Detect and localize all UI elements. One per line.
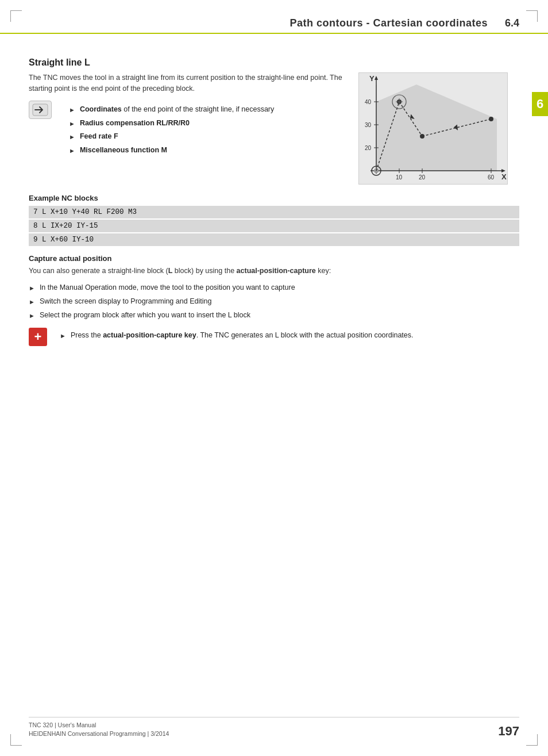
capture-bullet-text-0: In the Manual Operation mode, move the t… — [40, 282, 295, 293]
svg-text:30: 30 — [365, 122, 372, 128]
chapter-tab: 6 — [532, 92, 548, 116]
capture-bullet-text-1: Switch the screen display to Programming… — [40, 296, 211, 307]
bullet-arrow-3: ► — [69, 146, 75, 156]
path-diagram: X Y 40 30 20 10 20 60 — [359, 73, 508, 185]
intro-text: The TNC moves the tool in a straight lin… — [29, 72, 347, 95]
capture-bullet-2: ► Select the program block after which y… — [29, 310, 519, 321]
capture-arrow-2: ► — [29, 311, 35, 321]
corner-mark-bl — [10, 734, 22, 746]
plus-key-text: Press the actual-position-capture key. T… — [71, 330, 414, 341]
capture-intro: You can also generate a straight-line bl… — [29, 266, 519, 277]
bullet-arrow-0: ► — [69, 105, 75, 115]
two-col-layout: The TNC moves the tool in a straight lin… — [29, 72, 519, 185]
plus-key-icon: + — [29, 328, 47, 346]
chapter-number: 6 — [537, 97, 543, 111]
nc-block-0: 7 L X+10 Y+40 RL F200 M3 — [29, 206, 519, 218]
bullet-text-0: Coordinates of the end point of the stra… — [80, 104, 274, 115]
main-content: Straight line L The TNC moves the tool i… — [29, 52, 519, 716]
l-key-svg — [32, 103, 48, 116]
l-key-icon — [29, 101, 52, 119]
bullet-text-1: Radius compensation RL/RR/R0 — [80, 118, 190, 129]
icon-bullet-row: ► Coordinates of the end point of the st… — [29, 101, 347, 159]
svg-text:Y: Y — [369, 74, 375, 83]
capture-bullet-1: ► Switch the screen display to Programmi… — [29, 296, 519, 307]
plus-key-row: + ► Press the actual-position-capture ke… — [29, 327, 519, 346]
svg-text:40: 40 — [365, 99, 372, 105]
corner-mark-br — [526, 734, 538, 746]
capture-arrow-1: ► — [29, 297, 35, 307]
bullet-arrow-1: ► — [69, 119, 75, 129]
col-left: The TNC moves the tool in a straight lin… — [29, 72, 347, 185]
plus-key-container: + — [29, 328, 53, 346]
svg-text:20: 20 — [419, 174, 426, 181]
plus-key-bullet-list: ► Press the actual-position-capture key.… — [60, 330, 413, 344]
page-footer: TNC 320 | User's Manual HEIDENHAIN Conve… — [29, 717, 519, 739]
svg-text:X: X — [501, 172, 507, 181]
diagram-container: X Y 40 30 20 10 20 60 — [358, 72, 508, 185]
capture-bullet-list: ► In the Manual Operation mode, move the… — [29, 282, 519, 320]
capture-heading: Capture actual position — [29, 254, 519, 263]
footer-line2: HEIDENHAIN Conversational Programming | … — [29, 730, 169, 739]
example-heading: Example NC blocks — [29, 194, 519, 202]
bullet-text-3: Miscellaneous function M — [80, 145, 167, 156]
header-title: Path contours - Cartesian coordinates — [290, 17, 488, 29]
footer-line1: TNC 320 | User's Manual — [29, 721, 169, 730]
capture-bullet-text-2: Select the program block after which you… — [40, 310, 250, 321]
capture-arrow-0: ► — [29, 283, 35, 293]
header-section: 6.4 — [505, 17, 519, 29]
svg-text:20: 20 — [365, 145, 372, 151]
bullet-item-2: ► Feed rate F — [69, 131, 274, 142]
bullet-item-0: ► Coordinates of the end point of the st… — [69, 104, 274, 115]
footer-page-number: 197 — [498, 724, 519, 739]
capture-bullet-0: ► In the Manual Operation mode, move the… — [29, 282, 519, 293]
col-right: X Y 40 30 20 10 20 60 — [358, 72, 519, 185]
plus-key-bullet: ► Press the actual-position-capture key.… — [60, 330, 413, 341]
footer-left: TNC 320 | User's Manual HEIDENHAIN Conve… — [29, 721, 169, 739]
svg-text:10: 10 — [396, 174, 403, 181]
bullet-list: ► Coordinates of the end point of the st… — [69, 104, 274, 159]
bullet-item-3: ► Miscellaneous function M — [69, 145, 274, 156]
nc-block-2: 9 L X+60 IY-10 — [29, 233, 519, 246]
svg-point-31 — [489, 117, 493, 121]
svg-text:60: 60 — [488, 174, 495, 181]
page-header: Path contours - Cartesian coordinates 6.… — [0, 17, 548, 34]
plus-key-arrow: ► — [60, 331, 66, 341]
section-title: Straight line L — [29, 57, 519, 68]
nc-block-1: 8 L IX+20 IY-15 — [29, 220, 519, 232]
bullet-arrow-2: ► — [69, 132, 75, 142]
key-icon-container — [29, 101, 56, 119]
bullet-item-1: ► Radius compensation RL/RR/R0 — [69, 118, 274, 129]
bullet-text-2: Feed rate F — [80, 131, 118, 142]
